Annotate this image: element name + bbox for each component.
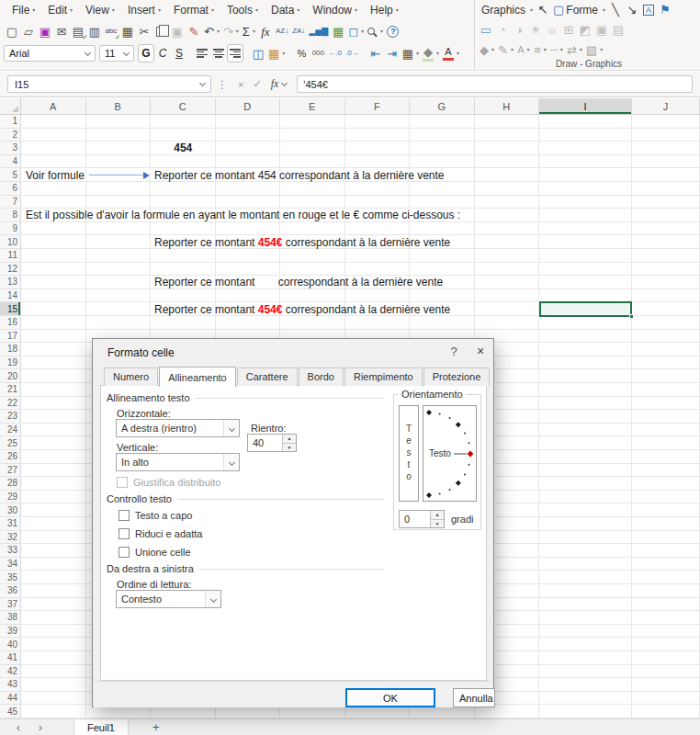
- menu-window[interactable]: Window▾: [306, 2, 364, 18]
- row-header-15[interactable]: 15: [0, 302, 21, 316]
- menu-view[interactable]: View▾: [79, 2, 121, 18]
- format-painter-icon[interactable]: ✎: [186, 22, 202, 40]
- row-header-13[interactable]: 13: [0, 276, 21, 289]
- fill-handle[interactable]: [629, 314, 634, 319]
- menu-format[interactable]: Format▾: [167, 2, 220, 18]
- photo-album-icon[interactable]: ▤: [610, 21, 627, 40]
- shapes-menu[interactable]: ▢Forme▾: [551, 1, 607, 19]
- menu-insert[interactable]: Insert▾: [121, 2, 167, 18]
- row-header-39[interactable]: 39: [0, 625, 21, 639]
- font-name-select[interactable]: Arial: [4, 45, 96, 62]
- text-color-icon[interactable]: A▾: [515, 40, 532, 59]
- row-header-10[interactable]: 10: [0, 235, 21, 249]
- align-center-icon[interactable]: [210, 44, 227, 62]
- shrink-to-fit-checkbox[interactable]: Riduci e adatta: [119, 528, 202, 539]
- select-all-corner[interactable]: [0, 98, 21, 115]
- row-header-35[interactable]: 35: [0, 571, 21, 584]
- merge-cells-checkbox[interactable]: Unione celle: [119, 547, 191, 558]
- add-sheet-button[interactable]: +: [152, 720, 160, 734]
- column-header-G[interactable]: G: [410, 98, 475, 115]
- column-header-C[interactable]: C: [151, 98, 216, 115]
- name-box[interactable]: I15: [7, 75, 211, 93]
- column-header-F[interactable]: F: [345, 98, 411, 115]
- row-header-32[interactable]: 32: [0, 531, 21, 545]
- print-preview-icon[interactable]: ▥: [86, 22, 103, 40]
- line-width-icon[interactable]: ≡▾: [532, 40, 548, 59]
- prev-sheet-button[interactable]: ‹: [7, 720, 29, 734]
- redo-icon[interactable]: ↷▾: [221, 22, 241, 40]
- row-header-12[interactable]: 12: [0, 263, 21, 277]
- row-header-11[interactable]: 11: [0, 249, 21, 263]
- fill-style-icon[interactable]: ◆▾: [478, 40, 496, 59]
- pie-chart-icon[interactable]: ◔: [494, 21, 511, 40]
- row-header-18[interactable]: 18: [0, 343, 21, 356]
- row-header-27[interactable]: 27: [0, 464, 21, 478]
- row-header-17[interactable]: 17: [0, 330, 21, 344]
- row-header-41[interactable]: 41: [0, 651, 21, 665]
- dialog-tab-carattere[interactable]: Carattere: [237, 368, 298, 386]
- menu-file[interactable]: File▾: [6, 2, 41, 18]
- row-header-34[interactable]: 34: [0, 558, 21, 571]
- insert-picture-icon[interactable]: ▭: [478, 21, 494, 40]
- bold-button[interactable]: G: [138, 44, 154, 62]
- paste-icon[interactable]: ▣: [169, 22, 186, 40]
- row-header-20[interactable]: 20: [0, 369, 21, 383]
- row-header-21[interactable]: 21: [0, 383, 21, 397]
- row-header-43[interactable]: 43: [0, 678, 21, 692]
- sheet-tab-feuil1[interactable]: Feuil1: [73, 719, 129, 735]
- copy-icon[interactable]: [152, 22, 169, 40]
- ok-button[interactable]: OK: [345, 688, 435, 707]
- formula-input[interactable]: '454€: [297, 75, 693, 93]
- row-header-36[interactable]: 36: [0, 584, 21, 598]
- row-header-29[interactable]: 29: [0, 491, 21, 504]
- row-header-9[interactable]: 9: [0, 222, 21, 236]
- save-icon[interactable]: ▣: [37, 22, 53, 40]
- decrease-indent-icon[interactable]: ⇤: [367, 44, 384, 62]
- row-header-33[interactable]: 33: [0, 544, 21, 558]
- merge-cells-icon[interactable]: ◫: [250, 44, 266, 62]
- new-document-icon[interactable]: ▢: [4, 22, 20, 40]
- dialog-tab-bordo[interactable]: Bordo: [299, 368, 344, 386]
- chart-icon[interactable]: ▂▅▇: [307, 22, 330, 40]
- column-header-B[interactable]: B: [86, 98, 152, 115]
- insert-function-icon[interactable]: fx: [257, 22, 274, 40]
- cut-icon[interactable]: ✂: [136, 22, 152, 40]
- row-header-37[interactable]: 37: [0, 598, 21, 612]
- underline-button[interactable]: S: [171, 44, 187, 62]
- row-header-1[interactable]: 1: [0, 115, 21, 129]
- wrap-text-checkbox[interactable]: Testo a capo: [119, 510, 192, 521]
- sum-icon[interactable]: Σ▾: [241, 22, 257, 40]
- thousands-separator-icon[interactable]: 000: [310, 44, 326, 62]
- row-header-45[interactable]: 45: [0, 705, 21, 718]
- row-header-26[interactable]: 26: [0, 450, 21, 464]
- row-header-4[interactable]: 4: [0, 155, 21, 169]
- dialog-tab-riempimento[interactable]: Riempimento: [344, 368, 423, 386]
- row-header-22[interactable]: 22: [0, 397, 21, 411]
- align-left-icon[interactable]: [194, 44, 210, 62]
- spinner-buttons[interactable]: ▲▼: [282, 435, 296, 451]
- increase-indent-icon[interactable]: ⇥: [384, 44, 401, 62]
- row-header-28[interactable]: 28: [0, 477, 21, 491]
- borders-icon[interactable]: ▦▾: [401, 44, 421, 62]
- row-header-40[interactable]: 40: [0, 638, 21, 651]
- undo-icon[interactable]: ↶▾: [202, 22, 221, 40]
- column-header-I[interactable]: I: [539, 98, 632, 115]
- menu-edit[interactable]: Edit▾: [41, 2, 79, 18]
- print-icon[interactable]: ▤✓: [70, 22, 86, 40]
- vertical-select[interactable]: In alto: [116, 453, 240, 471]
- contrast-icon[interactable]: ◑: [511, 21, 527, 40]
- row-header-6[interactable]: 6: [0, 182, 21, 196]
- cancel-button[interactable]: Annulla: [453, 688, 495, 707]
- row-header-38[interactable]: 38: [0, 611, 21, 625]
- percent-icon[interactable]: %: [293, 44, 310, 62]
- accept-entry-icon[interactable]: ✓: [253, 78, 261, 90]
- spinner-buttons[interactable]: ▲▼: [430, 511, 444, 527]
- row-header-7[interactable]: 7: [0, 196, 21, 209]
- cancel-entry-icon[interactable]: ×: [238, 79, 243, 90]
- dialog-tab-numero[interactable]: Numero: [104, 368, 158, 386]
- row-header-42[interactable]: 42: [0, 665, 21, 679]
- connectors-icon[interactable]: ⇄▾: [565, 40, 584, 59]
- email-icon[interactable]: ✉: [53, 22, 70, 40]
- arrow-line-icon[interactable]: ↘: [624, 1, 640, 19]
- graphics-menu[interactable]: Graphics▾: [478, 1, 535, 19]
